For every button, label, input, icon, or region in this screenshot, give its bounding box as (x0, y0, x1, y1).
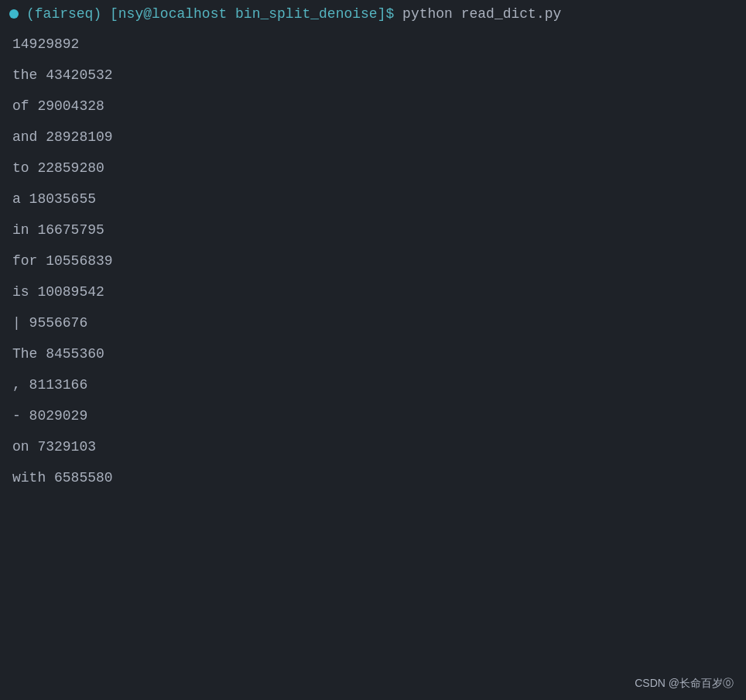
output-line: in 16675795 (12, 206, 734, 237)
output-line: is 10089542 (12, 268, 734, 299)
shell-command: python read_dict.py (402, 6, 561, 22)
title-bar: (fairseq) [nsy@localhost bin_split_denoi… (0, 0, 746, 28)
output-line: a 18035655 (12, 175, 734, 206)
output-line: - 8029029 (12, 392, 734, 423)
output-line: , 8113166 (12, 361, 734, 392)
output-line: to 22859280 (12, 144, 734, 175)
output-line: of 29004328 (12, 82, 734, 113)
shell-prompt: (fairseq) [nsy@localhost bin_split_denoi… (26, 6, 402, 22)
output-line: The 8455360 (12, 330, 734, 361)
output-area: 14929892the 43420532of 29004328and 28928… (0, 28, 746, 488)
output-line: 14929892 (12, 31, 734, 51)
output-line: | 9556676 (12, 299, 734, 330)
watermark: CSDN @长命百岁⓪ (635, 677, 734, 691)
output-line: for 10556839 (12, 237, 734, 268)
output-line: the 43420532 (12, 51, 734, 82)
output-line: with 6585580 (12, 454, 734, 485)
terminal-dot (9, 9, 19, 19)
output-line: and 28928109 (12, 113, 734, 144)
terminal-window: (fairseq) [nsy@localhost bin_split_denoi… (0, 0, 746, 700)
output-line: on 7329103 (12, 423, 734, 454)
